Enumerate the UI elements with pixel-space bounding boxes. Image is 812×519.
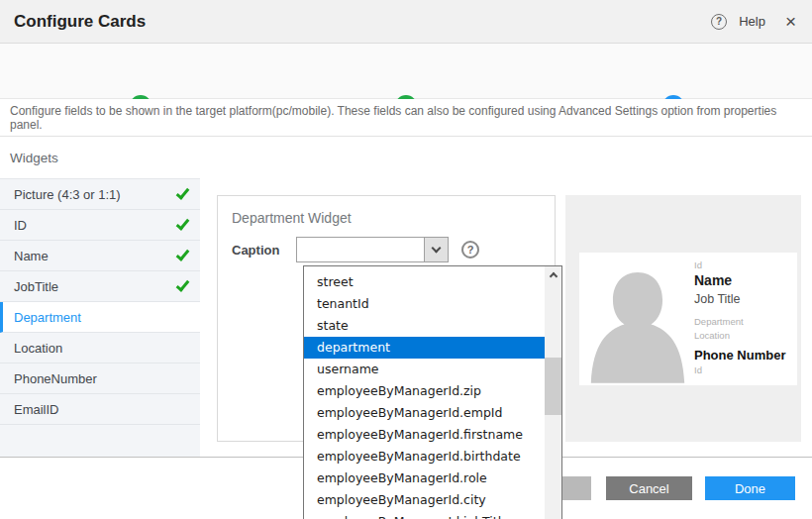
dropdown-option-employeebymanagerid-role[interactable]: employeeByManagerId.role	[304, 467, 561, 489]
preview-id-label: Id	[694, 260, 785, 270]
dropdown-option-employeebymanagerid-jobtitle[interactable]: employeeByManagerId.jobTitle	[304, 511, 561, 519]
dropdown-option-employeebymanagerid-zip[interactable]: employeeByManagerId.zip	[304, 380, 561, 402]
cancel-button[interactable]: Cancel	[606, 476, 692, 500]
dropdown-option-employeebymanagerid-city[interactable]: employeeByManagerId.city	[304, 489, 561, 511]
configure-cards-dialog: Configure Cards ? Help × Data Template 3…	[0, 0, 812, 519]
description-text: Configure fields to be shown in the targ…	[0, 99, 812, 137]
sidebar-item-label: PhoneNumber	[14, 371, 97, 386]
scroll-up-icon[interactable]	[545, 266, 561, 283]
preview-card-fields: Id Name Job Title Department Location Ph…	[694, 260, 785, 375]
check-icon	[176, 216, 190, 230]
sidebar-item-location[interactable]: Location	[0, 333, 200, 363]
sidebar-item-picture-4-3-or-1-1[interactable]: Picture (4:3 or 1:1)	[0, 179, 200, 210]
close-icon[interactable]: ×	[785, 12, 796, 31]
sidebar-item-label: EmailID	[14, 402, 59, 417]
dropdown-scrollbar[interactable]	[545, 266, 561, 519]
dropdown-options: streettenantIdstatedepartmentusernameemp…	[304, 271, 561, 519]
person-silhouette-icon	[585, 264, 690, 385]
sidebar-item-id[interactable]: ID	[0, 210, 200, 241]
sidebar-item-phonenumber[interactable]: PhoneNumber	[0, 363, 200, 394]
caption-label: Caption	[232, 243, 279, 258]
caption-help-icon[interactable]: ?	[461, 241, 479, 259]
caption-select[interactable]	[296, 237, 449, 262]
dropdown-option-username[interactable]: username	[304, 359, 561, 380]
help-button[interactable]: Help	[739, 14, 765, 29]
preview-phone-label: Phone Number	[694, 348, 785, 363]
sidebar-item-label: ID	[14, 218, 27, 233]
widgets-heading: Widgets	[0, 137, 812, 178]
caption-dropdown-list[interactable]: streettenantIdstatedepartmentusernameemp…	[303, 265, 562, 519]
card-preview-panel: Id Name Job Title Department Location Ph…	[565, 195, 801, 442]
dropdown-option-employeebymanagerid-empid[interactable]: employeeByManagerId.empId	[304, 402, 561, 424]
widget-list: Picture (4:3 or 1:1)IDNameJobTitleDepart…	[0, 178, 200, 457]
chevron-down-icon[interactable]	[424, 238, 448, 261]
sidebar-item-department[interactable]: Department	[0, 302, 200, 333]
sidebar-item-label: Location	[14, 341, 62, 356]
preview-name-label: Name	[694, 272, 785, 288]
page-title: Configure Cards	[14, 12, 146, 32]
dropdown-option-employeebymanagerid-birthdate[interactable]: employeeByManagerId.birthdate	[304, 446, 561, 467]
done-button[interactable]: Done	[705, 476, 795, 500]
scrollbar-thumb[interactable]	[545, 358, 561, 415]
sidebar-item-label: Name	[14, 249, 49, 263]
check-icon	[176, 247, 190, 260]
dropdown-option-state[interactable]: state	[304, 315, 561, 337]
help-icon[interactable]: ?	[711, 14, 727, 30]
sidebar-item-label: JobTitle	[14, 279, 58, 294]
sidebar-item-emailid[interactable]: EmailID	[0, 394, 200, 425]
preview-id2-label: Id	[694, 364, 785, 375]
sidebar-item-name[interactable]: Name	[0, 241, 200, 271]
dropdown-option-tenantid[interactable]: tenantId	[304, 293, 561, 315]
panel-title: Department Widget	[232, 210, 352, 226]
sidebar-item-label: Picture (4:3 or 1:1)	[14, 187, 121, 202]
preview-jobtitle-label: Job Title	[694, 292, 785, 306]
dropdown-option-street[interactable]: street	[304, 271, 561, 293]
preview-card: Id Name Job Title Department Location Ph…	[579, 253, 797, 385]
wizard-stepper: Data Template 3 Bind Fields	[0, 44, 812, 99]
title-bar: Configure Cards ? Help ×	[0, 0, 812, 44]
check-icon	[176, 185, 190, 199]
sidebar-item-jobtitle[interactable]: JobTitle	[0, 271, 200, 302]
dropdown-option-employeebymanagerid-firstname[interactable]: employeeByManagerId.firstname	[304, 424, 561, 446]
preview-location-label: Location	[694, 330, 785, 341]
sidebar-item-label: Department	[14, 310, 81, 325]
check-icon	[176, 277, 190, 291]
preview-department-label: Department	[694, 316, 785, 327]
dropdown-option-department[interactable]: department	[304, 337, 561, 359]
